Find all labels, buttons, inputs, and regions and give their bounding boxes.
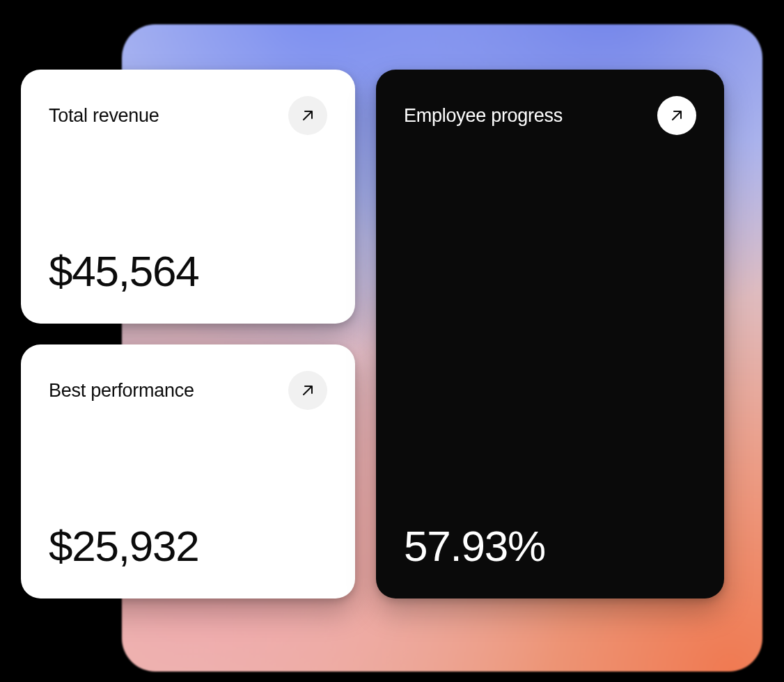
open-progress-button[interactable] — [657, 96, 696, 135]
arrow-up-right-icon — [299, 107, 316, 124]
card-value: 57.93% — [404, 525, 696, 568]
card-value: $25,932 — [49, 525, 327, 568]
card-total-revenue: Total revenue $45,564 — [21, 70, 355, 324]
card-title: Total revenue — [49, 105, 159, 127]
card-employee-progress: Employee progress 57.93% — [376, 70, 724, 598]
card-best-performance: Best performance $25,932 — [21, 344, 355, 598]
arrow-up-right-icon — [299, 382, 316, 399]
card-header: Employee progress — [404, 96, 696, 135]
card-header: Best performance — [49, 371, 327, 410]
arrow-up-right-icon — [668, 107, 685, 124]
card-value: $45,564 — [49, 250, 327, 293]
card-title: Employee progress — [404, 105, 563, 127]
dashboard-grid: Total revenue $45,564 Best performance — [21, 70, 724, 598]
left-column: Total revenue $45,564 Best performance — [21, 70, 355, 598]
open-revenue-button[interactable] — [288, 96, 327, 135]
open-performance-button[interactable] — [288, 371, 327, 410]
card-title: Best performance — [49, 380, 194, 402]
card-header: Total revenue — [49, 96, 327, 135]
